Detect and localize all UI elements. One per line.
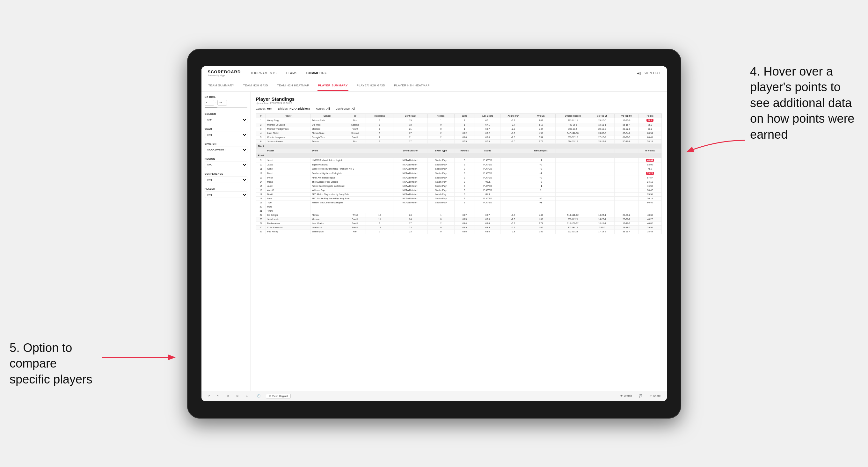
tab-team-h2h-grid[interactable]: TEAM H2H GRID [243,80,269,91]
redo-btn[interactable]: ↪ [216,394,221,398]
col-avg-sg: Avg SG [526,114,556,118]
watch-icon: 👁 [620,394,623,398]
table-row: 13 Phich Amer Am Intercollegiate NCAA Di… [256,176,661,180]
player-select[interactable]: (All) [205,192,247,198]
share-btn[interactable]: ↗ Share [648,394,662,398]
player-standings-table: # Player School Yr Reg Rank Conf Rank No… [256,114,662,234]
tab-team-summary[interactable]: TEAM SUMMARY [208,80,235,91]
nav-separator: ◀ | [637,71,641,75]
filter-conference: Conference: All [336,107,355,110]
filter-group-gender: Gender Men Women [205,113,247,123]
paste-btn[interactable]: ⊗ [235,394,240,398]
col-vs25: Vs Top 25 [590,114,614,118]
table-row: 14 Mane The Cypress Point Classic NCAA D… [256,180,661,184]
table-row: 21 Tirchi [256,209,661,213]
table-title: Player Standings [256,96,295,102]
undo-btn[interactable]: ↩ [206,394,212,398]
conference-select[interactable]: (All) [205,177,247,183]
filter-group-player: Player (All) [205,187,247,198]
share-icon: ↗ [649,394,652,398]
table-row: 11 Gonik Wake Forest Invitational at Pin… [256,167,661,171]
comment-btn[interactable]: 💬 [637,394,644,398]
table-row: 1 Wenyi Ding Arizona State First 1 15 1 … [256,118,661,123]
tab-player-h2h-grid[interactable]: PLAYER H2H GRID [356,80,386,91]
watch-btn[interactable]: 👁 Watch [618,394,633,398]
annotation-left: 5. Option to compare specific players [9,340,99,387]
filter-gender: Gender: Men [256,107,273,110]
clock-btn[interactable]: 🕐 [255,394,262,398]
share-label: Share [653,394,660,398]
filter-bar: Gender: Men Division: NCAA Division I Re… [256,107,662,110]
filter-division: Division: NCAA Division I [278,107,310,110]
table-row: 9 Jacob UNCW Seahawk Intercollegiate NCA… [256,158,661,162]
logo-area: SCOREBOARD Powered by clippi [208,69,241,76]
logo-sub: Powered by clippi [208,74,241,76]
annotation-right-text: 4. Hover over a player's points to see a… [750,65,854,141]
region-select[interactable]: N/A [205,162,247,168]
filter-region: Region: All [316,107,330,110]
toolbar-bottom: ↩ ↪ ⊕ ⊗ ⊡ · 🕐 👁 View: Original 👁 Watch 💬… [202,391,667,401]
rds-max-input[interactable] [217,100,227,105]
copy-btn[interactable]: ⊕ [225,394,231,398]
year-select[interactable]: (All) [205,132,247,138]
gender-select[interactable]: Men Women [205,117,247,123]
nav-teams[interactable]: TEAMS [286,71,298,75]
col-yr: Yr [344,114,366,118]
filter-label-division: Division [205,143,247,145]
filter-label-region: Region [205,157,247,160]
filter-slider-rds[interactable] [205,107,247,108]
table-row: 3 Michael Thorbjornsen Stanford Fourth 1… [256,127,661,131]
filter-group-rds: No Rds. - [205,96,247,108]
division-select[interactable]: NCAA Division I [205,147,247,153]
filter-group-division: Division NCAA Division I [205,143,247,153]
table-header: # Player School Yr Reg Rank Conf Rank No… [256,114,661,118]
table-row: 22 Ian Gilligan Florida Third 10 24 1 68… [256,213,661,217]
col-adj-score: Adj. Score [475,114,500,118]
view-original-btn[interactable]: 👁 View: Original [266,394,291,399]
tablet-frame: SCOREBOARD Powered by clippi TOURNAMENTS… [187,49,681,418]
filter-group-year: Year (All) [205,127,247,138]
table-area: Player Standings Update time: 27/01/2024… [251,92,667,391]
filter-panel: No Rds. - Gender Men [202,92,251,391]
view-label: View: Original [272,395,288,398]
filter-group-region: Region N/A [205,157,247,168]
arrow-right [685,137,748,157]
sign-out-link[interactable]: Sign out [644,71,660,75]
col-points: Points [639,114,661,118]
table-row: 20 Mutti [256,205,661,209]
nav-committee[interactable]: COMMITTEE [306,71,327,75]
col-vs50: Vs Top 50 [614,114,639,118]
filter-label-rds: No Rds. [205,96,247,98]
filter-group-conference: Conference (All) [205,173,247,183]
filter-label-player: Player [205,187,247,190]
rds-min-input[interactable] [205,100,214,105]
table-row: 10 Jacob Tiger Invitational NCAA Divisio… [256,162,661,167]
table-row: 4 Luke Claton Florida State Second 5 27 … [256,131,661,135]
table-row: 26 Petr Hruby Washington Fifth 7 23 0 68… [256,229,661,234]
col-avg-par: Avg to Par [500,114,526,118]
table-row: Player Event Event Division Event Type R… [256,149,661,153]
annotation-left-text: 5. Option to compare specific players [9,341,92,386]
filter-slider-fill [205,107,217,108]
nav-bar: SCOREBOARD Powered by clippi TOURNAMENTS… [202,66,667,80]
table-row: 19 Tiger Mirabel Maui Jim Intercollegiat… [256,200,661,205]
format-btn[interactable]: ⊡ · [244,394,251,398]
table-row: 23 Jack Lundin Missouri Fourth 11 24 0 6… [256,217,661,221]
filter-label-year: Year [205,127,247,130]
tablet-screen: SCOREBOARD Powered by clippi TOURNAMENTS… [202,66,667,401]
filter-label-conference: Conference [205,173,247,175]
col-reg-rank: Reg Rank [366,114,393,118]
annotation-right: 4. Hover over a player's points to see a… [750,64,859,143]
table-header-row: Player Standings Update time: 27/01/2024… [256,96,662,104]
watch-label: Watch [624,394,632,398]
tab-player-h2h-heatmap[interactable]: PLAYER H2H HEATMAP [393,80,430,91]
tab-team-h2h-heatmap[interactable]: TEAM H2H HEATMAP [276,80,310,91]
col-num: # [256,114,266,118]
col-no-rds: No Rds. [428,114,454,118]
main-content: No Rds. - Gender Men [202,92,667,391]
tab-player-summary[interactable]: PLAYER SUMMARY [317,80,348,91]
table-row: Prest [256,153,661,158]
table-row: Nichi [256,144,661,149]
table-row: 12 Breni Southern Highlands Collegiate N… [256,171,661,176]
nav-tournaments[interactable]: TOURNAMENTS [250,71,277,75]
